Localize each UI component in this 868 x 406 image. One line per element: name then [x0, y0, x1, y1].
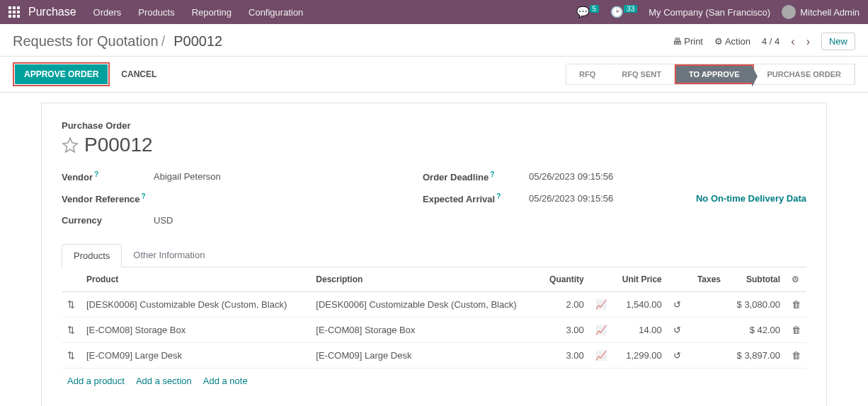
- forecast-icon[interactable]: 📈: [590, 342, 612, 368]
- line-subtotal: $ 3,080.00: [726, 291, 786, 317]
- col-description: Description: [310, 267, 539, 292]
- line-description[interactable]: [E-COM08] Storage Box: [310, 317, 539, 342]
- vendor-label: Vendor?: [62, 170, 154, 182]
- line-qty[interactable]: 3.00: [540, 342, 590, 368]
- line-subtotal: $ 3,897.00: [726, 342, 786, 368]
- activity-badge: 33: [624, 5, 637, 13]
- expected-value[interactable]: 05/26/2023 09:15:56: [529, 193, 613, 204]
- col-unit-price: Unit Price: [612, 267, 668, 292]
- tab-other-info[interactable]: Other Information: [122, 244, 216, 267]
- activities-button[interactable]: 🕑33: [610, 6, 637, 18]
- delete-line-icon[interactable]: 🗑: [786, 291, 806, 317]
- clock-icon: 🕑: [610, 6, 624, 18]
- table-row[interactable]: ⇅[E-COM09] Large Desk[E-COM09] Large Des…: [62, 342, 806, 368]
- help-icon[interactable]: ?: [94, 170, 98, 178]
- user-name: Mitchell Admin: [800, 7, 860, 18]
- history-icon[interactable]: ↺: [668, 291, 689, 317]
- line-product[interactable]: [E-COM08] Storage Box: [81, 317, 310, 342]
- messaging-button[interactable]: 💬5: [576, 6, 600, 18]
- pager-prev[interactable]: ‹: [791, 35, 794, 48]
- apps-menu-icon[interactable]: [8, 6, 20, 18]
- add-product-link[interactable]: Add a product: [67, 376, 125, 386]
- status-rfq[interactable]: RFQ: [566, 64, 609, 84]
- col-product: Product: [81, 267, 310, 292]
- breadcrumb-current: P00012: [173, 33, 222, 50]
- user-menu[interactable]: Mitchell Admin: [782, 5, 860, 19]
- no-delivery-data-button[interactable]: No On-time Delivery Data: [696, 193, 806, 204]
- drag-handle-icon[interactable]: ⇅: [62, 342, 81, 368]
- app-brand[interactable]: Purchase: [28, 6, 76, 18]
- line-product[interactable]: [E-COM09] Large Desk: [81, 342, 310, 368]
- breadcrumb-root[interactable]: Requests for Quotation: [13, 33, 159, 50]
- settings-icon: ⚙: [792, 274, 799, 284]
- col-settings[interactable]: ⚙: [786, 267, 806, 292]
- vendor-value[interactable]: Abigail Peterson: [154, 171, 338, 182]
- status-steps: RFQ RFQ SENT TO APPROVE PURCHASE ORDER: [566, 64, 855, 85]
- forecast-icon[interactable]: 📈: [590, 291, 612, 317]
- approve-order-button[interactable]: APPROVE ORDER: [15, 64, 108, 84]
- currency-label: Currency: [62, 215, 154, 226]
- add-section-link[interactable]: Add a section: [136, 376, 192, 386]
- company-switcher[interactable]: My Company (San Francisco): [649, 7, 770, 18]
- cancel-button[interactable]: CANCEL: [121, 69, 156, 79]
- nav-reporting[interactable]: Reporting: [192, 7, 232, 18]
- approve-highlight: APPROVE ORDER: [13, 62, 110, 86]
- action-bar: APPROVE ORDER CANCEL RFQ RFQ SENT TO APP…: [0, 56, 868, 93]
- order-lines-table: Product Description Quantity Unit Price …: [62, 267, 806, 369]
- line-price[interactable]: 1,299.00: [612, 342, 668, 368]
- chat-badge: 5: [590, 5, 600, 13]
- status-to-approve[interactable]: TO APPROVE: [676, 66, 753, 83]
- currency-value[interactable]: USD: [154, 215, 338, 226]
- tab-products[interactable]: Products: [62, 244, 122, 267]
- action-button[interactable]: ⚙ Action: [714, 36, 750, 47]
- deadline-value[interactable]: 05/26/2023 09:15:56: [529, 171, 806, 182]
- history-icon[interactable]: ↺: [668, 342, 689, 368]
- new-button[interactable]: New: [821, 33, 855, 50]
- print-button[interactable]: 🖶 Print: [673, 36, 703, 47]
- col-quantity: Quantity: [540, 267, 590, 292]
- history-icon[interactable]: ↺: [668, 317, 689, 342]
- top-navbar: Purchase Orders Products Reporting Confi…: [0, 0, 868, 24]
- add-note-link[interactable]: Add a note: [203, 376, 248, 386]
- line-subtotal: $ 42.00: [726, 317, 786, 342]
- expected-label: Expected Arrival?: [423, 192, 529, 204]
- forecast-icon[interactable]: 📈: [590, 317, 612, 342]
- pager-text: 4 / 4: [762, 36, 780, 47]
- col-subtotal: Subtotal: [726, 267, 786, 292]
- line-price[interactable]: 14.00: [612, 317, 668, 342]
- line-qty[interactable]: 2.00: [540, 291, 590, 317]
- nav-products[interactable]: Products: [138, 7, 174, 18]
- priority-star-icon[interactable]: [62, 137, 79, 153]
- table-row[interactable]: ⇅[DESK0006] Customizable Desk (Custom, B…: [62, 291, 806, 317]
- line-description[interactable]: [DESK0006] Customizable Desk (Custom, Bl…: [310, 291, 539, 317]
- line-taxes[interactable]: [689, 317, 726, 342]
- po-label: Purchase Order: [62, 120, 806, 131]
- breadcrumb-separator: /: [161, 33, 166, 50]
- line-price[interactable]: 1,540.00: [612, 291, 668, 317]
- avatar-icon: [782, 5, 796, 19]
- help-icon[interactable]: ?: [490, 170, 494, 178]
- status-rfq-sent[interactable]: RFQ SENT: [609, 64, 675, 84]
- deadline-label: Order Deadline?: [423, 170, 529, 182]
- po-name: P00012: [84, 134, 153, 156]
- vendor-ref-label: Vendor Reference?: [62, 192, 154, 204]
- form-tabs: Products Other Information: [62, 244, 806, 267]
- line-taxes[interactable]: [689, 291, 726, 317]
- pager-next[interactable]: ›: [806, 35, 810, 48]
- delete-line-icon[interactable]: 🗑: [786, 342, 806, 368]
- line-description[interactable]: [E-COM09] Large Desk: [310, 342, 539, 368]
- status-purchase-order[interactable]: PURCHASE ORDER: [754, 64, 855, 84]
- delete-line-icon[interactable]: 🗑: [786, 317, 806, 342]
- drag-handle-icon[interactable]: ⇅: [62, 291, 81, 317]
- drag-handle-icon[interactable]: ⇅: [62, 317, 81, 342]
- line-taxes[interactable]: [689, 342, 726, 368]
- nav-configuration[interactable]: Configuration: [249, 7, 303, 18]
- chat-icon: 💬: [576, 6, 590, 18]
- line-qty[interactable]: 3.00: [540, 317, 590, 342]
- table-row[interactable]: ⇅[E-COM08] Storage Box[E-COM08] Storage …: [62, 317, 806, 342]
- nav-orders[interactable]: Orders: [93, 7, 122, 18]
- help-icon[interactable]: ?: [496, 192, 501, 200]
- to-approve-highlight: TO APPROVE: [675, 64, 755, 84]
- help-icon[interactable]: ?: [142, 192, 146, 200]
- line-product[interactable]: [DESK0006] Customizable Desk (Custom, Bl…: [81, 291, 310, 317]
